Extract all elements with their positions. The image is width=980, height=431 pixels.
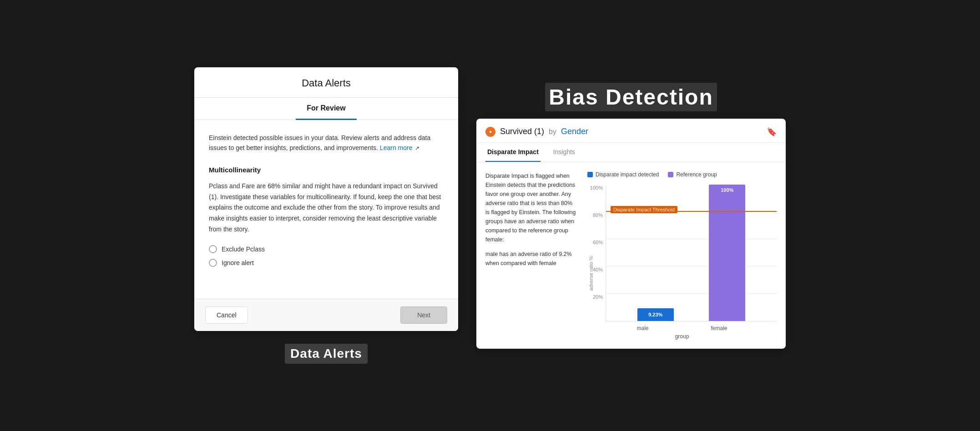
- intro-text: Einstein detected possible issues in you…: [209, 133, 444, 153]
- x-labels: male female: [587, 321, 777, 331]
- legend-disparate-label: Disparate impact detected: [596, 171, 659, 178]
- survived-icon: ●: [485, 127, 495, 137]
- radio-group: Exclude Pclass Ignore alert: [209, 245, 444, 267]
- y-label-20: 20%: [593, 294, 603, 300]
- threshold-line: Disparate Impact Threshold: [606, 211, 777, 212]
- description-text: Pclass and Fare are 68% similar and migh…: [209, 181, 444, 235]
- gender-text: Gender: [561, 127, 588, 136]
- bias-chart-area: Disparate impact detected Reference grou…: [587, 171, 777, 340]
- tab-insights[interactable]: Insights: [551, 143, 577, 162]
- next-button[interactable]: Next: [400, 306, 447, 324]
- bar-female: 100%: [709, 185, 745, 321]
- data-alerts-label-text: Data Alerts: [285, 344, 368, 364]
- data-alerts-bottom-label: Data Alerts: [285, 344, 368, 364]
- legend-disparate: Disparate impact detected: [587, 171, 659, 178]
- legend-reference-label: Reference group: [676, 171, 717, 178]
- bias-header-left: ● Survived (1) by Gender: [485, 127, 588, 137]
- bar-group-male: 9.23%: [637, 308, 674, 321]
- right-section: Bias Detection ● Survived (1) by Gender …: [476, 83, 786, 349]
- tab-disparate-impact[interactable]: Disparate Impact: [485, 143, 541, 162]
- bias-tabs: Disparate Impact Insights: [476, 143, 786, 162]
- radio-exclude-pclass[interactable]: Exclude Pclass: [209, 245, 444, 253]
- bias-description: Disparate Impact is flagged when Einstei…: [485, 171, 576, 340]
- bias-detection-title: Bias Detection: [545, 83, 717, 111]
- section-title: Multicollinearity: [209, 166, 444, 174]
- y-axis: 100% 80% 60% 40% 20%: [587, 185, 606, 321]
- tab-for-review[interactable]: For Review: [296, 98, 356, 120]
- x-axis-title: group: [587, 333, 777, 340]
- bar-female-value: 100%: [721, 187, 733, 193]
- panel-footer: Cancel Next: [194, 299, 458, 331]
- legend-reference: Reference group: [668, 171, 717, 178]
- data-alerts-panel: Data Alerts For Review Einstein detected…: [194, 67, 458, 331]
- chart-grid: Disparate Impact Threshold 9.23%: [606, 185, 777, 321]
- y-axis-title: adverse ratio %: [588, 256, 594, 291]
- bookmark-icon[interactable]: 🔖: [767, 127, 777, 137]
- bias-header: ● Survived (1) by Gender 🔖: [476, 119, 786, 143]
- radio-circle-1: [209, 245, 217, 253]
- y-label-100: 100%: [590, 185, 603, 190]
- y-label-80: 80%: [593, 212, 603, 218]
- bias-detection-panel: ● Survived (1) by Gender 🔖 Disparate Imp…: [476, 119, 786, 349]
- y-label-40: 40%: [593, 267, 603, 272]
- survived-text: Survived (1): [500, 127, 544, 136]
- tab-bar: For Review: [194, 98, 458, 120]
- cancel-button[interactable]: Cancel: [205, 306, 248, 324]
- bias-desc-1: Disparate Impact is flagged when Einstei…: [485, 171, 576, 244]
- bias-body: Disparate Impact is flagged when Einstei…: [476, 162, 786, 349]
- learn-more-link[interactable]: Learn more: [380, 144, 413, 151]
- bar-male-value: 9.23%: [648, 312, 662, 317]
- radio-label-1: Exclude Pclass: [222, 246, 265, 253]
- legend-dot-purple: [668, 172, 673, 177]
- x-label-female: female: [711, 325, 727, 331]
- x-label-male: male: [636, 325, 648, 331]
- bias-desc-2: male has an adverse ratio of 9.2% when c…: [485, 250, 576, 268]
- bar-male: 9.23%: [637, 308, 674, 321]
- threshold-label: Disparate Impact Threshold: [611, 206, 677, 213]
- chart-with-yaxis: 100% 80% 60% 40% 20% adverse ratio %: [587, 185, 777, 321]
- bars-container: 9.23% 100%: [606, 185, 777, 321]
- radio-label-2: Ignore alert: [222, 259, 254, 266]
- chart-legend: Disparate impact detected Reference grou…: [587, 171, 777, 178]
- radio-circle-2: [209, 259, 217, 267]
- y-label-60: 60%: [593, 240, 603, 245]
- panel-content: Einstein detected possible issues in you…: [194, 120, 458, 299]
- radio-ignore-alert[interactable]: Ignore alert: [209, 259, 444, 267]
- bar-group-female: 100%: [709, 185, 745, 321]
- by-text: by: [549, 128, 556, 136]
- panel-title: Data Alerts: [194, 67, 458, 98]
- external-link-icon: ↗: [415, 145, 419, 151]
- legend-dot-blue: [587, 172, 593, 177]
